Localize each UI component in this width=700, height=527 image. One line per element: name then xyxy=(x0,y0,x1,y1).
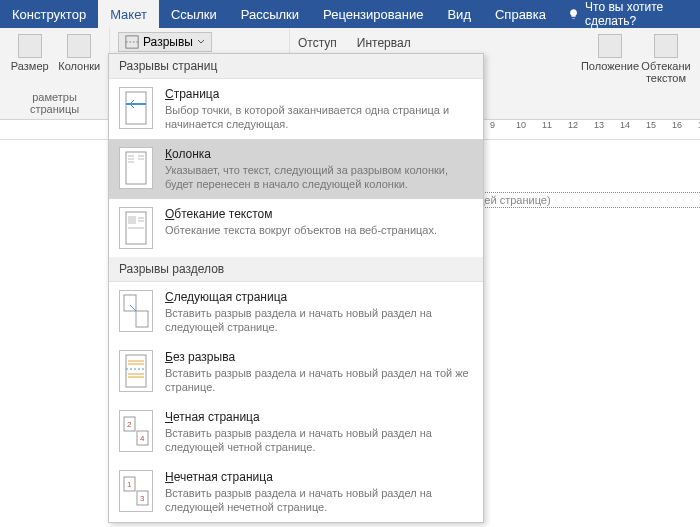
wrap-icon xyxy=(654,34,678,58)
tab-layout[interactable]: Макет xyxy=(98,0,159,28)
svg-rect-0 xyxy=(126,36,138,48)
breaks-menu-item[interactable]: КолонкаУказывает, что текст, следующий з… xyxy=(109,139,483,199)
tab-mailings[interactable]: Рассылки xyxy=(229,0,311,28)
ruler-tick: 11 xyxy=(542,120,552,130)
group-arrange: Положение Обтекани текстом xyxy=(576,28,700,119)
breaks-button[interactable]: Разрывы xyxy=(118,32,212,52)
wrap-label: Обтекани текстом xyxy=(641,60,690,84)
breaks-menu-item[interactable]: Без разрываВставить разрыв раздела и нач… xyxy=(109,342,483,402)
svg-rect-15 xyxy=(136,311,148,327)
dropdown-section-page-breaks: Разрывы страниц xyxy=(109,54,483,79)
size-button[interactable]: Размер xyxy=(8,32,52,72)
position-icon xyxy=(598,34,622,58)
svg-text:4: 4 xyxy=(140,434,145,443)
menu-item-thumb-icon xyxy=(119,350,153,392)
columns-button[interactable]: Колонки xyxy=(58,32,102,72)
menu-item-title: Колонка xyxy=(165,147,473,161)
svg-rect-3 xyxy=(126,152,146,184)
dropdown-section-section-breaks: Разрывы разделов xyxy=(109,257,483,282)
menu-item-title: Обтекание текстом xyxy=(165,207,473,221)
menu-item-thumb-icon: 13 xyxy=(119,470,153,512)
menu-item-title: Четная страница xyxy=(165,410,473,424)
size-label: Размер xyxy=(11,60,49,72)
menu-item-desc: Вставить разрыв раздела и начать новый р… xyxy=(165,306,473,334)
menu-item-thumb-icon xyxy=(119,290,153,332)
page-setup-group-label: раметры страницы xyxy=(8,89,101,115)
menu-item-thumb-icon xyxy=(119,87,153,129)
menu-item-desc: Указывает, что текст, следующий за разры… xyxy=(165,163,473,191)
svg-text:2: 2 xyxy=(127,420,132,429)
ruler-tick: 16 xyxy=(672,120,682,130)
svg-rect-2 xyxy=(126,92,146,124)
position-label: Положение xyxy=(581,60,639,72)
page-size-icon xyxy=(18,34,42,58)
breaks-menu-item[interactable]: Следующая страницаВставить разрыв раздел… xyxy=(109,282,483,342)
breaks-menu-item[interactable]: СтраницаВыбор точки, в которой заканчива… xyxy=(109,79,483,139)
breaks-menu-item[interactable]: 13Нечетная страницаВставить разрыв разде… xyxy=(109,462,483,522)
svg-text:1: 1 xyxy=(127,480,132,489)
lightbulb-icon xyxy=(568,7,579,21)
menu-item-title: Нечетная страница xyxy=(165,470,473,484)
menu-item-thumb-icon xyxy=(119,147,153,189)
menu-item-title: Без разрыва xyxy=(165,350,473,364)
menu-item-desc: Вставить разрыв раздела и начать новый р… xyxy=(165,486,473,514)
menu-item-desc: Выбор точки, в которой заканчивается одн… xyxy=(165,103,473,131)
ruler-tick: 12 xyxy=(568,120,578,130)
breaks-label: Разрывы xyxy=(143,35,193,49)
tab-references[interactable]: Ссылки xyxy=(159,0,229,28)
ruler-tick: 14 xyxy=(620,120,630,130)
breaks-dropdown: Разрывы страниц СтраницаВыбор точки, в к… xyxy=(108,53,484,523)
wrap-text-button[interactable]: Обтекани текстом xyxy=(642,32,690,115)
group-page-setup: Размер Колонки раметры страницы xyxy=(0,28,110,119)
tab-view[interactable]: Вид xyxy=(435,0,483,28)
columns-label: Колонки xyxy=(58,60,100,72)
chevron-down-icon xyxy=(197,38,205,46)
ruler-tick: 15 xyxy=(646,120,656,130)
menu-item-title: Следующая страница xyxy=(165,290,473,304)
tab-review[interactable]: Рецензирование xyxy=(311,0,435,28)
indent-label: Отступ xyxy=(298,36,337,50)
ruler-tick: 10 xyxy=(516,120,526,130)
position-button[interactable]: Положение xyxy=(586,32,634,115)
menu-item-title: Страница xyxy=(165,87,473,101)
menu-item-thumb-icon xyxy=(119,207,153,249)
spacing-label: Интервал xyxy=(357,36,421,50)
svg-text:3: 3 xyxy=(140,494,145,503)
ribbon-tabs: Конструктор Макет Ссылки Рассылки Реценз… xyxy=(0,0,700,28)
ruler-tick: 9 xyxy=(490,120,495,130)
breaks-menu-item[interactable]: Обтекание текстомОбтекание текста вокруг… xyxy=(109,199,483,257)
columns-icon xyxy=(67,34,91,58)
tell-me-search[interactable]: Что вы хотите сделать? xyxy=(558,0,700,28)
tab-help[interactable]: Справка xyxy=(483,0,558,28)
svg-rect-10 xyxy=(128,216,136,224)
ruler-tick: 13 xyxy=(594,120,604,130)
menu-item-desc: Обтекание текста вокруг объектов на веб-… xyxy=(165,223,473,237)
menu-item-desc: Вставить разрыв раздела и начать новый р… xyxy=(165,426,473,454)
svg-rect-16 xyxy=(126,355,146,387)
menu-item-desc: Вставить разрыв раздела и начать новый р… xyxy=(165,366,473,394)
breaks-menu-item[interactable]: 24Четная страницаВставить разрыв раздела… xyxy=(109,402,483,462)
tell-me-label: Что вы хотите сделать? xyxy=(585,0,690,28)
tab-design[interactable]: Конструктор xyxy=(0,0,98,28)
breaks-icon xyxy=(125,35,139,49)
menu-item-thumb-icon: 24 xyxy=(119,410,153,452)
